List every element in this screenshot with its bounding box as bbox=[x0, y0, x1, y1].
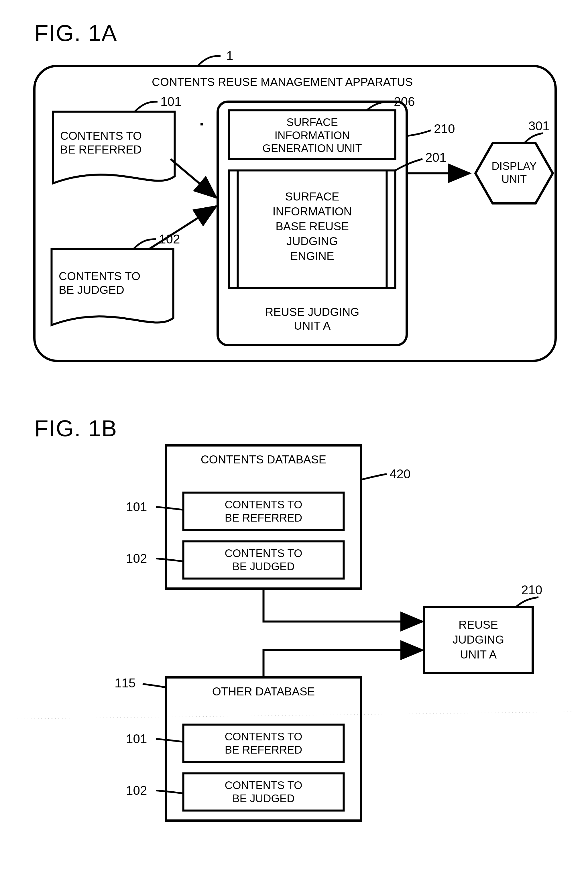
svg-line-14 bbox=[170, 159, 216, 198]
svg-text:101: 101 bbox=[126, 732, 147, 746]
svg-rect-4 bbox=[201, 123, 203, 126]
contents-db-label: CONTENTS DATABASE bbox=[175, 453, 352, 466]
svg-line-32 bbox=[17, 712, 573, 719]
svg-text:102: 102 bbox=[159, 232, 180, 246]
contents-judged-b1: CONTENTS TO BE JUDGED bbox=[189, 547, 338, 573]
svg-text:101: 101 bbox=[126, 500, 147, 514]
svg-text:115: 115 bbox=[115, 676, 135, 690]
surface-engine: SURFACE INFORMATION BASE REUSE JUDGING E… bbox=[242, 189, 382, 264]
svg-text:102: 102 bbox=[126, 783, 147, 797]
svg-line-15 bbox=[149, 206, 216, 249]
svg-text:CONTENTS REUSE MANAGEMENT APPA: CONTENTS REUSE MANAGEMENT APPARATUS bbox=[152, 76, 413, 88]
svg-text:201: 201 bbox=[425, 150, 446, 164]
svg-text:101: 101 bbox=[160, 94, 181, 108]
svg-text:102: 102 bbox=[126, 551, 147, 566]
svg-text:1: 1 bbox=[226, 49, 233, 63]
contents-referred-b1: CONTENTS TO BE REFERRED bbox=[189, 498, 338, 524]
svg-text:206: 206 bbox=[394, 94, 415, 108]
display-unit: DISPLAY UNIT bbox=[481, 160, 547, 186]
svg-text:210: 210 bbox=[521, 583, 542, 597]
svg-text:420: 420 bbox=[390, 467, 410, 481]
surface-gen: SURFACE INFORMATION GENERATION UNIT bbox=[232, 116, 392, 155]
contents-referred-b2: CONTENTS TO BE REFERRED bbox=[189, 730, 338, 756]
svg-text:301: 301 bbox=[528, 119, 549, 133]
svg-text:210: 210 bbox=[434, 122, 455, 136]
other-db-label: OTHER DATABASE bbox=[175, 684, 352, 698]
contents-judged-b2: CONTENTS TO BE JUDGED bbox=[189, 779, 338, 805]
reuse-unit-b: REUSE JUDGING UNIT A bbox=[428, 617, 528, 662]
contents-judged-a: CONTENTS TO BE JUDGED bbox=[59, 269, 165, 297]
contents-referred-a: CONTENTS TO BE REFERRED bbox=[60, 129, 166, 156]
reuse-unit-a-label: REUSE JUDGING UNIT A bbox=[229, 305, 395, 333]
